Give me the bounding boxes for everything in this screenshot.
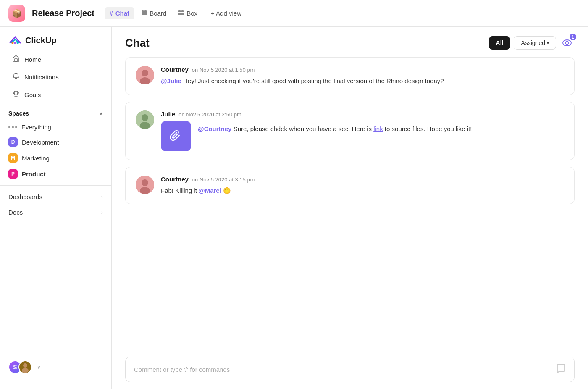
spaces-label: Spaces	[8, 110, 29, 117]
hash-icon: #	[110, 10, 113, 17]
message-time: on Nov 5 2020 at 3:15 pm	[192, 176, 255, 183]
docs-chevron-icon: ›	[101, 210, 103, 216]
everything-icon	[8, 126, 17, 128]
comment-placeholder: Comment or type '/' for commands	[134, 366, 230, 373]
message-card: Julie on Nov 5 2020 at 2:50 pm @Courtney…	[125, 102, 575, 160]
sidebar-item-docs[interactable]: Docs ›	[0, 205, 111, 220]
svg-point-12	[563, 40, 571, 46]
sidebar-item-development-label: Development	[22, 139, 59, 146]
message-header: Julie on Nov 5 2020 at 2:50 pm	[161, 110, 564, 118]
sidebar-item-marketing[interactable]: M Marketing	[0, 150, 111, 166]
dropdown-icon: ▾	[547, 41, 549, 45]
sidebar-item-notifications-label: Notifications	[24, 74, 59, 81]
content-area: Chat All Assigned ▾ 1	[112, 27, 588, 389]
sidebar-item-goals[interactable]: Goals	[3, 86, 108, 103]
comment-area: Comment or type '/' for commands	[112, 350, 588, 389]
tab-chat[interactable]: # Chat	[105, 7, 134, 19]
message-header: Courtney on Nov 5 2020 at 1:50 pm	[161, 66, 564, 73]
svg-point-7	[14, 42, 16, 44]
topbar: 📦 Release Project # Chat Board Box + Add…	[0, 0, 588, 27]
filter-all-button[interactable]: All	[489, 36, 511, 50]
avatar-stack[interactable]: S	[8, 360, 32, 374]
svg-point-15	[142, 70, 148, 76]
message-text: Fab! Killing it @Marci 🙂	[161, 186, 564, 196]
message-text: @Julie Hey! Just checking if you're stil…	[161, 76, 564, 86]
svg-point-13	[566, 42, 569, 45]
add-view-button[interactable]: + Add view	[206, 7, 247, 19]
sidebar-divider	[0, 185, 111, 186]
project-title: Release Project	[32, 8, 94, 18]
source-link[interactable]: link	[373, 125, 383, 132]
courtney-avatar-2	[136, 176, 154, 194]
svg-point-11	[22, 368, 29, 373]
avatar-person	[18, 360, 32, 374]
footer-chevron-icon[interactable]: ∨	[37, 364, 41, 370]
message-time: on Nov 5 2020 at 2:50 pm	[178, 111, 242, 118]
attachment-wrapper: @Courtney Sure, please chdek when you ha…	[161, 121, 564, 151]
svg-point-6	[12, 42, 14, 44]
sidebar-item-notifications[interactable]: Notifications	[3, 68, 108, 85]
message-card: Courtney on Nov 5 2020 at 1:50 pm @Julie…	[125, 57, 575, 95]
sidebar-item-marketing-label: Marketing	[22, 155, 50, 162]
attachment-text: @Courtney Sure, please chdek when you ha…	[198, 121, 472, 134]
watch-badge: 1	[570, 34, 576, 40]
attachment-icon	[161, 121, 191, 151]
development-badge: D	[8, 137, 18, 147]
sidebar-item-everything-label: Everything	[21, 124, 51, 131]
logo-text: ClickUp	[25, 36, 56, 45]
watch-button[interactable]: 1	[559, 35, 575, 50]
sidebar: ClickUp Home Notifications Goals Spaces …	[0, 27, 112, 389]
comment-box[interactable]: Comment or type '/' for commands	[125, 357, 575, 382]
messages-area: Courtney on Nov 5 2020 at 1:50 pm @Julie…	[112, 57, 588, 350]
sidebar-item-product-label: Product	[22, 171, 46, 178]
svg-point-8	[17, 42, 19, 44]
page-title: Chat	[125, 37, 150, 50]
svg-point-18	[142, 114, 148, 121]
sidebar-item-home-label: Home	[24, 56, 41, 63]
sidebar-item-goals-label: Goals	[24, 91, 41, 98]
dashboards-chevron-icon: ›	[101, 194, 103, 200]
message-body: Courtney on Nov 5 2020 at 3:15 pm Fab! K…	[161, 176, 564, 196]
product-badge: P	[8, 169, 18, 179]
message-body: Julie on Nov 5 2020 at 2:50 pm @Courtney…	[161, 110, 564, 151]
sidebar-item-product[interactable]: P Product	[0, 166, 111, 182]
sidebar-footer: S ∨	[0, 354, 111, 381]
eye-icon	[562, 39, 572, 46]
svg-rect-3	[181, 10, 184, 12]
home-icon	[12, 55, 20, 63]
message-card: Courtney on Nov 5 2020 at 3:15 pm Fab! K…	[125, 167, 575, 205]
mention: @Marci	[199, 187, 221, 194]
sidebar-item-dashboards[interactable]: Dashboards ›	[0, 189, 111, 205]
content-header: Chat All Assigned ▾ 1	[112, 27, 588, 57]
filter-group: All Assigned ▾	[489, 36, 556, 50]
paperclip-icon	[169, 129, 183, 143]
sidebar-item-home[interactable]: Home	[3, 51, 108, 68]
spaces-section-header: Spaces ∨	[0, 103, 111, 120]
filter-assigned-button[interactable]: Assigned ▾	[514, 36, 556, 50]
tab-box[interactable]: Box	[173, 7, 202, 19]
trophy-icon	[12, 90, 20, 99]
comment-icon	[556, 364, 566, 375]
topbar-views: # Chat Board Box + Add view	[105, 7, 247, 19]
message-header: Courtney on Nov 5 2020 at 3:15 pm	[161, 176, 564, 183]
svg-rect-0	[142, 10, 144, 15]
svg-rect-5	[181, 13, 184, 15]
marketing-badge: M	[8, 153, 18, 163]
logo: ClickUp	[0, 27, 111, 50]
message-author: Courtney	[161, 66, 189, 73]
message-body: Courtney on Nov 5 2020 at 1:50 pm @Julie…	[161, 66, 564, 86]
courtney-avatar	[136, 66, 154, 84]
message-time: on Nov 5 2020 at 1:50 pm	[192, 67, 255, 73]
tab-board[interactable]: Board	[136, 7, 171, 19]
message-author: Courtney	[161, 176, 189, 183]
message-author: Julie	[161, 110, 175, 118]
svg-rect-2	[178, 10, 181, 12]
mention: @Courtney	[198, 125, 231, 132]
sidebar-item-development[interactable]: D Development	[0, 134, 111, 150]
main-layout: ClickUp Home Notifications Goals Spaces …	[0, 27, 588, 389]
clickup-logo-icon	[8, 34, 22, 47]
julie-avatar	[136, 110, 154, 129]
spaces-chevron-icon[interactable]: ∨	[99, 110, 103, 116]
svg-rect-1	[144, 10, 147, 15]
sidebar-item-everything[interactable]: Everything	[0, 120, 111, 134]
